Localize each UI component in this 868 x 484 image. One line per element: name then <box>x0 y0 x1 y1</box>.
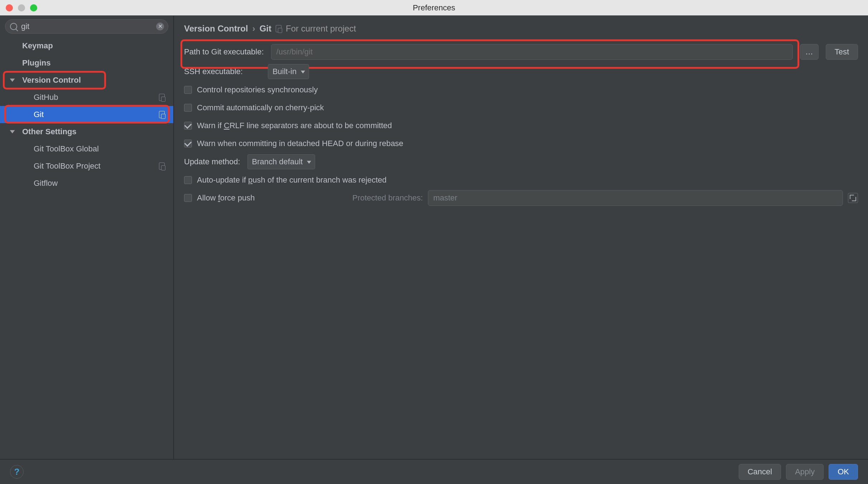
opt-auto-update-on-reject[interactable]: Auto-update if push of the current branc… <box>184 171 858 189</box>
minimize-window-button[interactable] <box>18 4 25 11</box>
git-path-label: Path to Git executable: <box>184 47 264 57</box>
search-input[interactable] <box>5 19 168 34</box>
ssh-executable-select[interactable]: Built-in <box>268 64 309 79</box>
tree-label: Git <box>34 110 44 119</box>
test-button[interactable]: Test <box>826 44 858 60</box>
tree-label: Keymap <box>22 41 53 50</box>
check-label: Auto-update if push of the current branc… <box>197 175 387 185</box>
tree-label: Version Control <box>22 76 81 85</box>
project-scope-icon <box>159 111 165 118</box>
sidebar-item-version-control[interactable]: Version Control <box>0 72 173 89</box>
ssh-label: SSH executable: <box>184 67 243 76</box>
sidebar: ✕ Keymap Plugins Version Control GitHub … <box>0 16 174 459</box>
protected-branches-input[interactable] <box>428 190 843 206</box>
breadcrumb: Version Control › Git For current projec… <box>184 24 858 34</box>
check-label: Warn if CRLF line separators are about t… <box>197 121 392 130</box>
sidebar-item-other-settings[interactable]: Other Settings <box>0 123 173 140</box>
update-method-select[interactable]: Branch default <box>247 154 315 169</box>
sidebar-item-plugins[interactable]: Plugins <box>0 54 173 72</box>
sidebar-item-github[interactable]: GitHub <box>0 89 173 106</box>
maximize-window-button[interactable] <box>30 4 37 11</box>
protected-branches-label: Protected branches: <box>352 193 423 203</box>
project-scope-icon <box>276 25 281 32</box>
settings-panel: Version Control › Git For current projec… <box>174 16 868 459</box>
checkbox-icon <box>184 140 192 147</box>
sidebar-item-git[interactable]: Git <box>0 106 173 123</box>
help-button[interactable]: ? <box>10 465 24 479</box>
tree-label: GitHub <box>34 93 58 102</box>
git-path-input[interactable] <box>271 44 793 60</box>
close-window-button[interactable] <box>6 4 13 11</box>
tree-label: Git ToolBox Global <box>34 144 99 154</box>
opt-warn-detached-head[interactable]: Warn when committing in detached HEAD or… <box>184 135 858 153</box>
dialog-footer: ? Cancel Apply OK <box>0 459 868 484</box>
check-label: Commit automatically on cherry-pick <box>197 103 324 112</box>
cancel-button[interactable]: Cancel <box>739 464 781 480</box>
sidebar-item-gitflow[interactable]: Gitflow <box>0 175 173 192</box>
checkbox-icon <box>184 194 192 202</box>
clear-search-icon[interactable]: ✕ <box>156 23 164 30</box>
chevron-right-icon: › <box>252 24 255 34</box>
search-icon <box>10 23 17 30</box>
titlebar: Preferences <box>0 0 868 16</box>
checkbox-icon <box>184 86 192 94</box>
check-label: Control repositories synchronously <box>197 85 318 95</box>
window-title: Preferences <box>413 3 455 13</box>
opt-sync-repositories[interactable]: Control repositories synchronously <box>184 81 858 99</box>
apply-button[interactable]: Apply <box>786 464 824 480</box>
chevron-down-icon <box>10 130 15 134</box>
update-method-label: Update method: <box>184 157 240 166</box>
sidebar-item-git-toolbox-global[interactable]: Git ToolBox Global <box>0 140 173 158</box>
opt-allow-force-push[interactable]: Allow force push Protected branches: <box>184 189 858 207</box>
opt-auto-commit-cherry-pick[interactable]: Commit automatically on cherry-pick <box>184 99 858 117</box>
checkbox-icon <box>184 176 192 184</box>
tree-label: Gitflow <box>34 179 58 188</box>
breadcrumb-leaf: Git <box>260 24 271 34</box>
opt-warn-crlf[interactable]: Warn if CRLF line separators are about t… <box>184 117 858 135</box>
ok-button[interactable]: OK <box>829 464 858 480</box>
project-scope-icon <box>159 94 165 101</box>
settings-tree: Keymap Plugins Version Control GitHub Gi… <box>0 37 173 192</box>
tree-label: Git ToolBox Project <box>34 161 101 171</box>
sidebar-item-git-toolbox-project[interactable]: Git ToolBox Project <box>0 158 173 175</box>
tree-label: Other Settings <box>22 127 77 136</box>
check-label: Allow force push <box>197 193 279 203</box>
breadcrumb-root: Version Control <box>184 24 248 34</box>
checkbox-icon <box>184 122 192 130</box>
project-scope-icon <box>159 163 165 170</box>
check-label: Warn when committing in detached HEAD or… <box>197 139 403 148</box>
traffic-lights <box>6 4 37 11</box>
browse-path-button[interactable]: … <box>800 44 819 60</box>
highlight-git <box>4 105 170 124</box>
tree-label: Plugins <box>22 58 50 68</box>
select-value: Built-in <box>273 67 296 76</box>
checkbox-icon <box>184 104 192 112</box>
select-value: Branch default <box>252 157 303 166</box>
breadcrumb-hint: For current project <box>286 24 356 34</box>
chevron-down-icon <box>10 79 15 82</box>
sidebar-item-keymap[interactable]: Keymap <box>0 37 173 54</box>
expand-icon[interactable] <box>848 193 858 203</box>
